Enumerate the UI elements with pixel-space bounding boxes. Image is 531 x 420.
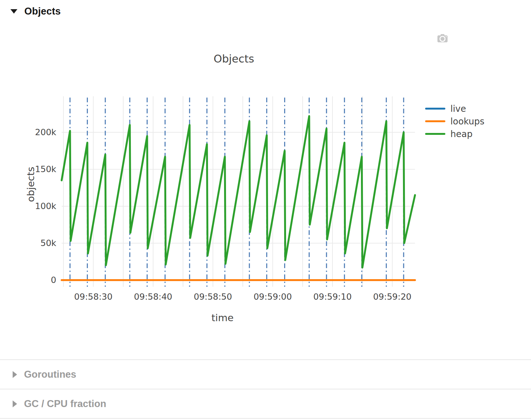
x-tick-label: 09:58:30: [58, 292, 128, 302]
legend: live lookups heap: [425, 102, 485, 140]
section-objects-toggle[interactable]: Objects: [10, 6, 61, 17]
objects-chart-panel: Objects objects time 050k100k150k200k09:…: [0, 19, 468, 322]
legend-label-live: live: [450, 104, 466, 114]
x-tick-label: 09:59:00: [238, 292, 308, 302]
legend-item-live[interactable]: live: [425, 102, 485, 115]
triangle-right-icon: [13, 371, 17, 378]
lookups-line-swatch: [425, 120, 445, 122]
legend-label-lookups: lookups: [450, 116, 485, 127]
x-tick-label: 09:58:40: [118, 292, 188, 302]
x-tick-label: 09:58:50: [178, 292, 248, 302]
section-gc-cpu-title: GC / CPU fraction: [24, 398, 106, 410]
section-objects-title: Objects: [24, 6, 61, 17]
triangle-right-icon: [13, 400, 17, 407]
plot-canvas[interactable]: [0, 19, 468, 322]
section-goroutines-title: Goroutines: [24, 369, 76, 380]
x-tick-label: 09:59:10: [298, 292, 367, 302]
section-gc-cpu-toggle[interactable]: GC / CPU fraction: [0, 389, 531, 418]
divider: [0, 418, 531, 419]
y-tick-label: 100k: [0, 201, 56, 211]
heap-line-swatch: [425, 133, 445, 135]
y-tick-label: 150k: [0, 164, 56, 174]
live-line-swatch: [425, 108, 445, 110]
x-tick-label: 09:59:20: [357, 292, 427, 302]
plot-area[interactable]: 050k100k150k200k09:58:3009:58:4009:58:50…: [0, 19, 468, 322]
y-tick-label: 50k: [0, 238, 56, 248]
legend-label-heap: heap: [450, 129, 473, 139]
legend-item-lookups[interactable]: lookups: [425, 115, 485, 128]
y-tick-label: 200k: [0, 127, 56, 137]
y-tick-label: 0: [0, 275, 56, 285]
triangle-down-icon: [10, 9, 17, 14]
legend-item-heap[interactable]: heap: [425, 128, 485, 140]
section-goroutines-toggle[interactable]: Goroutines: [0, 360, 531, 389]
